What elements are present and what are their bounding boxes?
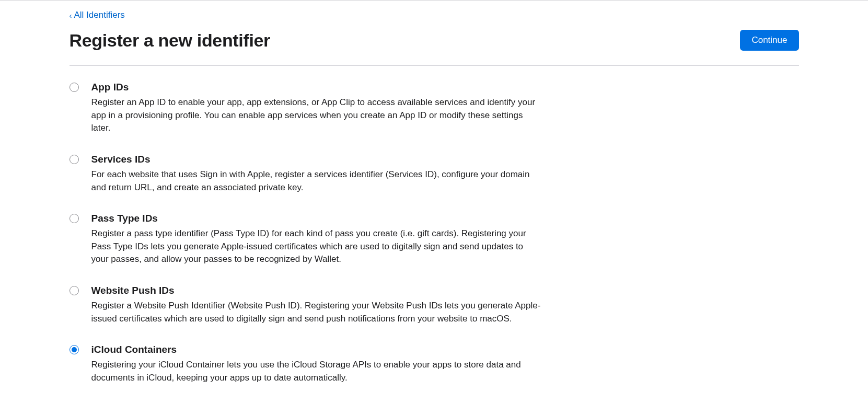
option-row-pass-type-ids: Pass Type IDsRegister a pass type identi… <box>70 213 799 266</box>
back-link-all-identifiers[interactable]: ‹ All Identifiers <box>70 10 125 20</box>
option-title: Services IDs <box>91 154 541 165</box>
option-content: iCloud ContainersRegistering your iCloud… <box>91 344 541 384</box>
option-title: Website Push IDs <box>91 285 541 296</box>
back-link-label: All Identifiers <box>74 10 125 20</box>
radio-col <box>70 285 91 297</box>
option-description: Register a Website Push Identifier (Webs… <box>91 300 541 325</box>
option-content: App IDsRegister an App ID to enable your… <box>91 82 541 135</box>
option-title: App IDs <box>91 82 541 93</box>
option-title: iCloud Containers <box>91 344 541 355</box>
radio-pass-type-ids[interactable] <box>70 214 79 223</box>
option-title: Pass Type IDs <box>91 213 541 224</box>
option-description: Register an App ID to enable your app, a… <box>91 96 541 135</box>
chevron-left-icon: ‹ <box>70 11 72 20</box>
option-row-website-push-ids: Website Push IDsRegister a Website Push … <box>70 285 799 325</box>
page-title: Register a new identifier <box>70 30 271 51</box>
radio-services-ids[interactable] <box>70 155 79 164</box>
radio-app-ids[interactable] <box>70 83 79 92</box>
continue-button[interactable]: Continue <box>740 30 798 51</box>
option-description: For each website that uses Sign in with … <box>91 168 541 194</box>
option-row-icloud-containers: iCloud ContainersRegistering your iCloud… <box>70 344 799 384</box>
option-row-app-ids: App IDsRegister an App ID to enable your… <box>70 82 799 135</box>
option-description: Registering your iCloud Container lets y… <box>91 359 541 384</box>
options-list: App IDsRegister an App ID to enable your… <box>70 82 799 385</box>
radio-col <box>70 154 91 166</box>
option-content: Services IDsFor each website that uses S… <box>91 154 541 194</box>
header-row: Register a new identifier Continue <box>70 30 799 66</box>
option-content: Website Push IDsRegister a Website Push … <box>91 285 541 325</box>
radio-col <box>70 213 91 225</box>
radio-col <box>70 82 91 94</box>
option-content: Pass Type IDsRegister a pass type identi… <box>91 213 541 266</box>
radio-icloud-containers[interactable] <box>70 345 79 354</box>
option-row-services-ids: Services IDsFor each website that uses S… <box>70 154 799 194</box>
radio-col <box>70 344 91 356</box>
radio-website-push-ids[interactable] <box>70 286 79 295</box>
option-description: Register a pass type identifier (Pass Ty… <box>91 227 541 266</box>
